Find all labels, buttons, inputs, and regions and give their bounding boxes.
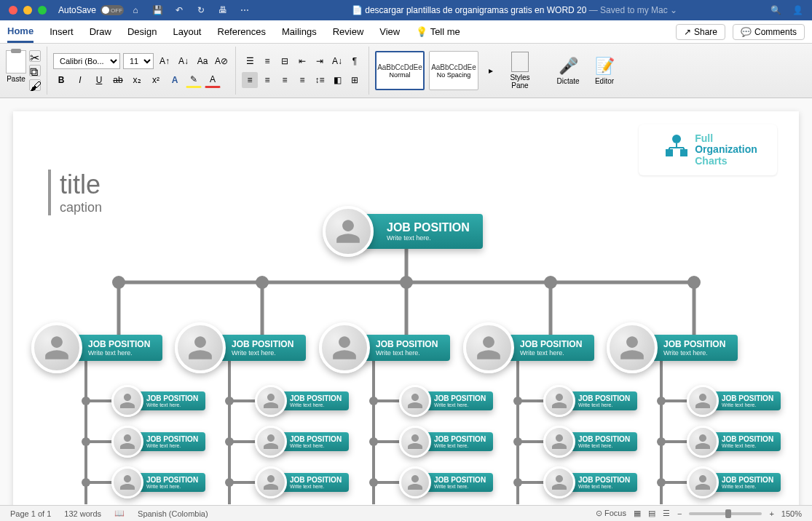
document-page[interactable]: FullOrganizationCharts title caption	[13, 111, 799, 505]
tab-draw[interactable]: Draw	[90, 22, 111, 41]
org-node-l3-1-1[interactable]: JOB POSITIONWrite text here.	[255, 426, 349, 458]
org-node-l3-2-2[interactable]: JOB POSITIONWrite text here.	[399, 466, 493, 498]
numbering-icon[interactable]: ≡	[259, 53, 275, 69]
clear-format-icon[interactable]: A⊘	[213, 53, 229, 69]
align-center-icon[interactable]: ≡	[259, 72, 275, 88]
tab-tellme[interactable]: 💡 Tell me	[416, 22, 460, 41]
font-family-select[interactable]: Calibri (Bo...	[53, 53, 120, 69]
org-node-top[interactable]: JOB POSITIONWrite text here.	[323, 206, 483, 257]
share-button[interactable]: ↗ Share	[676, 24, 725, 40]
zoom-level[interactable]: 150%	[781, 509, 802, 518]
close-window-icon[interactable]	[9, 6, 17, 15]
style-no-spacing[interactable]: AaBbCcDdEe No Spacing	[429, 51, 478, 90]
align-right-icon[interactable]: ≡	[277, 72, 293, 88]
increase-indent-icon[interactable]: ⇥	[312, 53, 328, 69]
maximize-window-icon[interactable]	[38, 6, 47, 15]
view-print-icon[interactable]: ▦	[634, 509, 641, 518]
redo-icon[interactable]: ↻	[195, 4, 207, 16]
bold-button[interactable]: B	[53, 72, 69, 88]
font-color-icon[interactable]: A	[205, 72, 221, 88]
sort-icon[interactable]: A↓	[329, 53, 345, 69]
tab-layout[interactable]: Layout	[173, 22, 201, 41]
borders-icon[interactable]: ⊞	[347, 72, 363, 88]
line-spacing-icon[interactable]: ↕≡	[312, 72, 328, 88]
styles-pane-button[interactable]: Styles Pane	[505, 52, 535, 90]
status-language[interactable]: Spanish (Colombia)	[138, 509, 208, 518]
org-node-l3-3-2[interactable]: JOB POSITIONWrite text here.	[543, 466, 637, 498]
org-node-l3-0-2[interactable]: JOB POSITIONWrite text here.	[111, 466, 205, 498]
editor-button[interactable]: 📝 Editor	[589, 57, 620, 85]
org-node-l2-0[interactable]: JOB POSITIONWrite text here.	[31, 322, 162, 373]
tab-view[interactable]: View	[379, 22, 400, 41]
bullets-icon[interactable]: ☰	[242, 53, 258, 69]
more-icon[interactable]: ⋯	[239, 4, 251, 16]
font-size-select[interactable]: 11	[123, 53, 154, 69]
zoom-slider[interactable]	[689, 512, 762, 515]
home-icon[interactable]: ⌂	[130, 4, 141, 16]
increase-font-icon[interactable]: A↑	[157, 53, 173, 69]
view-web-icon[interactable]: ▤	[648, 509, 655, 518]
strikethrough-button[interactable]: ab	[110, 72, 126, 88]
shading-icon[interactable]: ◧	[329, 72, 345, 88]
org-node-l3-2-1[interactable]: JOB POSITIONWrite text here.	[399, 426, 493, 458]
autosave-switch[interactable]: OFF	[100, 5, 124, 15]
zoom-in-button[interactable]: +	[769, 509, 773, 518]
chevron-down-icon[interactable]: ⌄	[670, 5, 677, 15]
org-node-l3-4-0[interactable]: JOB POSITIONWrite text here.	[687, 385, 781, 417]
show-marks-icon[interactable]: ¶	[347, 53, 363, 69]
org-node-l3-2-0[interactable]: JOB POSITIONWrite text here.	[399, 385, 493, 417]
tab-home[interactable]: Home	[7, 21, 33, 43]
align-left-icon[interactable]: ≡	[242, 72, 258, 88]
org-node-l2-2[interactable]: JOB POSITIONWrite text here.	[319, 322, 450, 373]
minimize-window-icon[interactable]	[23, 6, 32, 15]
save-icon[interactable]: 💾	[151, 4, 163, 16]
tab-insert[interactable]: Insert	[50, 22, 74, 41]
org-node-l3-3-1[interactable]: JOB POSITIONWrite text here.	[543, 426, 637, 458]
tab-design[interactable]: Design	[127, 22, 157, 41]
org-node-l3-0-1[interactable]: JOB POSITIONWrite text here.	[111, 426, 205, 458]
subscript-button[interactable]: x₂	[129, 72, 145, 88]
status-page[interactable]: Page 1 of 1	[10, 509, 51, 518]
autosave-toggle[interactable]: AutoSave OFF	[58, 5, 124, 15]
tab-references[interactable]: References	[218, 22, 266, 41]
account-icon[interactable]: 👤	[792, 4, 803, 16]
org-node-l3-3-0[interactable]: JOB POSITIONWrite text here.	[543, 385, 637, 417]
org-node-l2-1[interactable]: JOB POSITIONWrite text here.	[175, 322, 306, 373]
document-canvas[interactable]: FullOrganizationCharts title caption	[0, 98, 812, 505]
org-node-l3-4-2[interactable]: JOB POSITIONWrite text here.	[687, 466, 781, 498]
paste-button[interactable]: Paste	[6, 50, 26, 91]
decrease-font-icon[interactable]: A↓	[176, 53, 192, 69]
org-node-l3-1-2[interactable]: JOB POSITIONWrite text here.	[255, 466, 349, 498]
view-outline-icon[interactable]: ☰	[663, 509, 670, 518]
styles-more-icon[interactable]: ▸	[483, 63, 499, 79]
copy-icon[interactable]: ⧉	[29, 65, 41, 76]
multilevel-icon[interactable]: ⊟	[277, 53, 293, 69]
change-case-icon[interactable]: Aa	[194, 53, 210, 69]
org-node-l3-0-0[interactable]: JOB POSITIONWrite text here.	[111, 385, 205, 417]
print-icon[interactable]: 🖶	[217, 4, 229, 16]
cut-icon[interactable]: ✂	[29, 50, 41, 62]
superscript-button[interactable]: x²	[148, 72, 164, 88]
org-node-l3-4-1[interactable]: JOB POSITIONWrite text here.	[687, 426, 781, 458]
org-node-l2-3[interactable]: JOB POSITIONWrite text here.	[463, 322, 594, 373]
spellcheck-icon[interactable]: 📖	[114, 509, 125, 518]
document-title-placeholder[interactable]: title	[60, 170, 102, 200]
comments-button[interactable]: 💬 Comments	[733, 24, 805, 40]
focus-mode-button[interactable]: ⊙ Focus	[596, 509, 626, 518]
highlight-icon[interactable]: ✎	[186, 72, 202, 88]
tab-mailings[interactable]: Mailings	[282, 22, 317, 41]
decrease-indent-icon[interactable]: ⇤	[294, 53, 310, 69]
search-icon[interactable]: 🔍	[770, 4, 781, 16]
style-normal[interactable]: AaBbCcDdEe Normal	[375, 51, 425, 90]
org-node-l2-4[interactable]: JOB POSITIONWrite text here.	[607, 322, 738, 373]
text-effects-icon[interactable]: A	[167, 72, 183, 88]
status-words[interactable]: 132 words	[64, 509, 101, 518]
format-painter-icon[interactable]: 🖌	[29, 79, 41, 91]
zoom-out-button[interactable]: −	[677, 509, 682, 518]
undo-icon[interactable]: ↶	[173, 4, 185, 16]
dictate-button[interactable]: 🎤 Dictate	[553, 57, 583, 85]
org-node-l3-1-0[interactable]: JOB POSITIONWrite text here.	[255, 385, 349, 417]
italic-button[interactable]: I	[72, 72, 88, 88]
justify-icon[interactable]: ≡	[294, 72, 310, 88]
tab-review[interactable]: Review	[333, 22, 364, 41]
